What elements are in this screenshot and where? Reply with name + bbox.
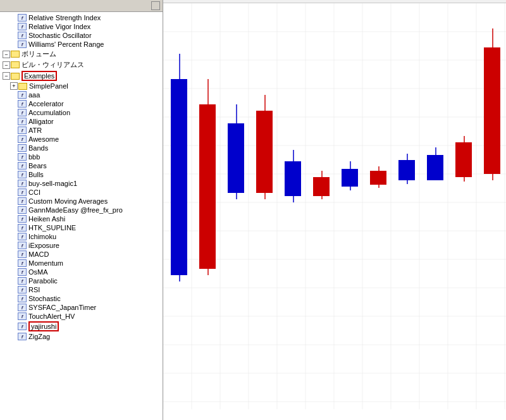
item-label-simplepanel: SimplePanel [29, 82, 68, 90]
tree-item-volume[interactable]: −ボリューム [0, 49, 163, 59]
tree-item-alligator[interactable]: fAlligator [0, 117, 163, 126]
indicator-icon: f [18, 224, 27, 232]
svg-rect-50 [455, 142, 472, 177]
tree-item-williams[interactable]: fWilliams' Percent Range [0, 40, 163, 49]
indicator-icon: f [18, 259, 27, 267]
item-label-touchalert: TouchAlert_HV [28, 312, 75, 320]
item-label-stochastic: Stochastic [28, 295, 61, 302]
tree-item-htk[interactable]: fHTK_SUPLINE [0, 223, 163, 232]
expand-icon[interactable]: + [10, 82, 18, 90]
item-label-bill_wms: ビル・ウィリアムス [22, 60, 84, 70]
item-label-zigzag: ZigZag [28, 333, 50, 340]
folder-icon [18, 83, 27, 90]
tree-item-atr[interactable]: fATR [0, 126, 163, 135]
tree-item-gann[interactable]: fGannMadeEasy @free_fx_pro [0, 206, 163, 214]
item-label-rsi: Relative Strength Index [28, 14, 101, 22]
indicator-icon: f [18, 197, 27, 205]
expand-icon[interactable]: − [3, 51, 10, 58]
item-label-awesome: Awesome [28, 135, 59, 143]
item-label-aaa: aaa [28, 91, 40, 99]
panel-close-button[interactable] [151, 1, 160, 10]
tree-item-rvi[interactable]: fRelative Vigor Index [0, 22, 163, 31]
tree-item-iexposure[interactable]: fiExposure [0, 241, 163, 250]
svg-rect-36 [256, 111, 273, 193]
tree-item-sysfac[interactable]: fSYSFAC_JapanTimer [0, 303, 163, 312]
tree-item-bill_wms[interactable]: −ビル・ウィリアムス [0, 59, 163, 70]
indicator-icon: f [18, 109, 27, 116]
candle [455, 136, 472, 182]
tree-item-macd[interactable]: fMACD [0, 250, 163, 259]
item-label-accumulation: Accumulation [28, 109, 70, 116]
indicator-icon: f [18, 286, 27, 293]
svg-rect-34 [228, 123, 244, 193]
tree-item-zigzag[interactable]: fZigZag [0, 332, 163, 341]
item-label-ichimoku: Ichimoku [28, 233, 56, 240]
tree-item-stochastic[interactable]: fStochastic [0, 294, 163, 303]
tree-item-cci[interactable]: fCCI [0, 188, 163, 197]
tree-item-osma[interactable]: fOsMA [0, 268, 163, 276]
indicator-icon: f [18, 242, 27, 249]
chart-area [163, 3, 506, 409]
item-label-htk: HTK_SUPLINE [28, 224, 76, 232]
tree-item-accelerator[interactable]: fAccelerator [0, 99, 163, 108]
tree-item-buysell[interactable]: fbuy-sell-magic1 [0, 179, 163, 188]
tree-item-accumulation[interactable]: fAccumulation [0, 108, 163, 117]
tree-item-bulls[interactable]: fBulls [0, 170, 163, 179]
folder-icon [11, 73, 20, 80]
indicator-icon: f [18, 277, 27, 285]
indicator-icon: f [18, 23, 27, 30]
svg-rect-46 [398, 160, 415, 180]
candle [199, 79, 216, 275]
expand-icon[interactable]: − [3, 72, 10, 80]
svg-rect-30 [171, 79, 187, 275]
tree-item-examples[interactable]: −Examples [0, 70, 163, 82]
svg-rect-42 [342, 169, 358, 187]
item-label-volume: ボリューム [22, 49, 56, 59]
tree-item-awesome[interactable]: fAwesome [0, 135, 163, 144]
tree-item-heiken[interactable]: fHeiken Ashi [0, 214, 163, 223]
tree-item-parabolic[interactable]: fParabolic [0, 276, 163, 285]
expand-icon[interactable]: − [3, 61, 10, 69]
item-label-rsi2: RSI [28, 286, 40, 293]
item-label-yajirushi: yajirushi [28, 321, 59, 331]
tree-item-simplepanel[interactable]: +SimplePanel [0, 82, 163, 90]
right-panel [163, 0, 506, 420]
left-panel: fRelative Strength IndexfRelative Vigor … [0, 0, 163, 420]
indicator-icon: f [18, 312, 27, 320]
tree-item-stoch_osc[interactable]: fStochastic Oscillator [0, 31, 163, 40]
item-label-osma: OsMA [28, 268, 48, 276]
item-label-examples: Examples [22, 71, 57, 81]
item-label-buysell: buy-sell-magic1 [28, 180, 77, 187]
indicator-icon: f [18, 206, 27, 214]
indicator-icon: f [18, 118, 27, 125]
item-label-momentum: Momentum [28, 259, 63, 267]
candle [484, 28, 500, 180]
indicator-icon: f [18, 188, 27, 196]
tree-container[interactable]: fRelative Strength IndexfRelative Vigor … [0, 12, 163, 420]
tree-item-ichimoku[interactable]: fIchimoku [0, 232, 163, 241]
indicator-icon: f [18, 295, 27, 302]
tree-item-rsi2[interactable]: fRSI [0, 285, 163, 294]
tree-item-bears[interactable]: fBears [0, 161, 163, 170]
tree-item-yajirushi[interactable]: fyajirushi [0, 321, 163, 332]
folder-icon [11, 61, 20, 68]
tree-item-touchalert[interactable]: fTouchAlert_HV [0, 312, 163, 321]
item-label-atr: ATR [28, 127, 42, 134]
tree-item-bands[interactable]: fBands [0, 144, 163, 152]
indicator-icon: f [18, 215, 27, 223]
item-label-bears: Bears [28, 162, 47, 170]
folder-icon [11, 51, 20, 58]
item-label-gann: GannMadeEasy @free_fx_pro [28, 206, 123, 214]
tree-item-aaa[interactable]: faaa [0, 90, 163, 99]
tree-item-momentum[interactable]: fMomentum [0, 259, 163, 268]
item-label-iexposure: iExposure [28, 242, 59, 249]
indicator-icon: f [18, 323, 27, 330]
indicator-icon: f [18, 333, 27, 340]
tree-item-custom_ma[interactable]: fCustom Moving Averages [0, 197, 163, 206]
svg-rect-32 [199, 104, 216, 269]
indicator-icon: f [18, 171, 27, 178]
tree-item-rsi[interactable]: fRelative Strength Index [0, 13, 163, 22]
candle [171, 54, 187, 281]
indicator-icon: f [18, 268, 27, 276]
tree-item-bbb[interactable]: fbbb [0, 152, 163, 161]
